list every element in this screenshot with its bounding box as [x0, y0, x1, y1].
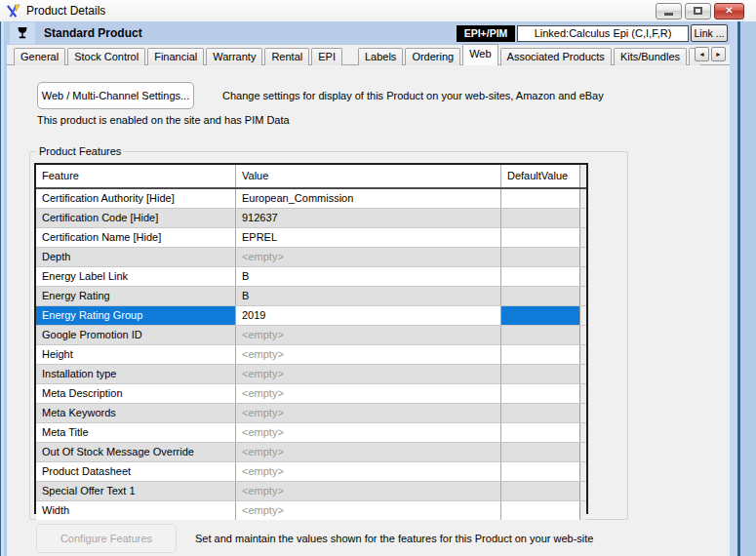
- web-multichannel-settings-button[interactable]: Web / Multi-Channel Settings...: [37, 82, 194, 109]
- defaultvalue-cell[interactable]: [501, 326, 579, 344]
- feature-cell[interactable]: Depth: [36, 248, 236, 266]
- close-button[interactable]: ✕: [714, 3, 744, 20]
- feature-cell[interactable]: Installation type: [36, 365, 236, 383]
- table-row-google-promotion-id[interactable]: Google Promotion ID <empty>: [36, 326, 586, 345]
- table-row-installation-type[interactable]: Installation type <empty>: [36, 365, 586, 384]
- tab-kits-bundles[interactable]: Kits/Bundles: [614, 48, 687, 65]
- defaultvalue-cell[interactable]: [501, 365, 579, 383]
- value-cell[interactable]: <empty>: [236, 404, 501, 422]
- defaultvalue-cell[interactable]: [501, 248, 579, 266]
- value-cell[interactable]: 2019: [236, 306, 501, 325]
- value-cell[interactable]: <empty>: [236, 248, 501, 266]
- table-row-product-datasheet[interactable]: Product Datasheet <empty>: [36, 462, 586, 482]
- feature-cell[interactable]: Product Datasheet: [36, 462, 236, 481]
- table-row-out-of-stock-message-override[interactable]: Out Of Stock Message Override <empty>: [36, 443, 586, 462]
- value-cell[interactable]: <empty>: [236, 345, 501, 364]
- defaultvalue-cell[interactable]: [501, 209, 579, 227]
- value-cell[interactable]: <empty>: [236, 365, 501, 383]
- value-cell[interactable]: <empty>: [236, 326, 501, 344]
- value-cell[interactable]: B: [236, 287, 501, 305]
- table-row-special-offer-text-1[interactable]: Special Offer Text 1 <empty>: [36, 482, 586, 501]
- defaultvalue-cell[interactable]: [501, 423, 579, 442]
- defaultvalue-cell[interactable]: [501, 189, 579, 208]
- table-row-certification-authority-hide[interactable]: Certification Authority [Hide] European_…: [36, 189, 586, 209]
- value-cell[interactable]: <empty>: [236, 501, 501, 520]
- tab-warranty[interactable]: Warranty: [206, 48, 262, 65]
- defaultvalue-cell[interactable]: [501, 267, 579, 286]
- defaultvalue-cell[interactable]: [501, 501, 579, 520]
- feature-cell[interactable]: Height: [36, 345, 236, 364]
- feature-cell[interactable]: Energy Rating: [36, 287, 236, 305]
- defaultvalue-cell[interactable]: [501, 287, 579, 305]
- table-row-certification-code-hide[interactable]: Certification Code [Hide] 912637: [36, 209, 586, 228]
- minimize-button[interactable]: [656, 3, 682, 20]
- value-cell[interactable]: EPREL: [236, 228, 501, 247]
- value-cell[interactable]: <empty>: [236, 384, 501, 403]
- table-row-meta-keywords[interactable]: Meta Keywords <empty>: [36, 404, 586, 423]
- column-header-value[interactable]: Value: [236, 165, 501, 187]
- product-details-window: Product Details ✕ Standard Product EPI+/…: [0, 0, 756, 556]
- feature-cell[interactable]: Energy Label Link: [36, 267, 236, 286]
- defaultvalue-cell[interactable]: [501, 404, 579, 422]
- feature-cell[interactable]: Special Offer Text 1: [36, 482, 236, 500]
- feature-cell[interactable]: Meta Title: [36, 423, 236, 442]
- feature-cell[interactable]: Certification Code [Hide]: [36, 209, 236, 227]
- tab-associated-products[interactable]: Associated Products: [500, 48, 612, 65]
- defaultvalue-cell[interactable]: [501, 384, 579, 403]
- maximize-button[interactable]: [685, 3, 711, 20]
- value-cell[interactable]: <empty>: [236, 482, 501, 500]
- defaultvalue-cell[interactable]: [501, 228, 579, 247]
- tab-labels[interactable]: Labels: [358, 48, 403, 65]
- row-gutter: [579, 326, 586, 344]
- table-row-width[interactable]: Width <empty>: [36, 501, 586, 520]
- feature-cell[interactable]: Energy Rating Group: [36, 306, 236, 325]
- feature-cell[interactable]: Certification Name [Hide]: [36, 228, 236, 247]
- row-gutter: [579, 384, 586, 403]
- value-cell[interactable]: <empty>: [236, 443, 501, 461]
- table-row-height[interactable]: Height <empty>: [36, 345, 586, 365]
- feature-cell[interactable]: Certification Authority [Hide]: [36, 189, 236, 208]
- tab-financial[interactable]: Financial: [147, 48, 204, 65]
- window-controls: ✕: [653, 3, 744, 20]
- defaultvalue-cell[interactable]: [501, 306, 579, 325]
- tab-scroll-controls: ◄ ►: [695, 47, 726, 61]
- tab-stock-control[interactable]: Stock Control: [67, 48, 145, 65]
- left-arrow-icon: ◄: [698, 51, 705, 58]
- value-cell[interactable]: <empty>: [236, 462, 501, 481]
- value-cell[interactable]: <empty>: [236, 423, 501, 442]
- value-cell[interactable]: European_Commission: [236, 189, 501, 208]
- tab-epi[interactable]: EPI: [311, 48, 342, 65]
- table-row-meta-description[interactable]: Meta Description <empty>: [36, 384, 586, 404]
- defaultvalue-cell[interactable]: [501, 345, 579, 364]
- column-header-defaultvalue[interactable]: DefaultValue: [501, 165, 579, 187]
- table-row-depth[interactable]: Depth <empty>: [36, 248, 586, 267]
- tab-general[interactable]: General: [14, 48, 65, 65]
- feature-cell[interactable]: Width: [36, 501, 236, 520]
- column-header-feature[interactable]: Feature: [36, 165, 236, 187]
- table-row-meta-title[interactable]: Meta Title <empty>: [36, 423, 586, 443]
- titlebar[interactable]: Product Details ✕: [0, 0, 756, 21]
- table-row-certification-name-hide[interactable]: Certification Name [Hide] EPREL: [36, 228, 586, 248]
- defaultvalue-cell[interactable]: [501, 462, 579, 481]
- defaultvalue-cell[interactable]: [501, 482, 579, 500]
- table-row-energy-rating-group[interactable]: Energy Rating Group 2019: [36, 306, 586, 326]
- tab-scroll-right-button[interactable]: ►: [711, 47, 726, 61]
- tab-scroll-left-button[interactable]: ◄: [695, 47, 709, 61]
- value-cell[interactable]: 912637: [236, 209, 501, 227]
- row-gutter: [579, 287, 586, 305]
- defaultvalue-cell[interactable]: [501, 443, 579, 461]
- feature-cell[interactable]: Meta Keywords: [36, 404, 236, 422]
- feature-cell[interactable]: Out Of Stock Message Override: [36, 443, 236, 461]
- tab-rental[interactable]: Rental: [264, 48, 309, 65]
- table-row-energy-label-link[interactable]: Energy Label Link B: [36, 267, 586, 287]
- feature-cell[interactable]: Meta Description: [36, 384, 236, 403]
- feature-cell[interactable]: Google Promotion ID: [36, 326, 236, 344]
- configure-features-button[interactable]: Configure Features: [36, 524, 177, 553]
- row-gutter: [579, 462, 586, 481]
- configure-hint-text: Set and maintain the values shown for th…: [195, 524, 593, 553]
- value-cell[interactable]: B: [236, 267, 501, 286]
- tab-web[interactable]: Web: [462, 44, 497, 65]
- tab-ordering[interactable]: Ordering: [405, 48, 460, 65]
- link-button[interactable]: Link ...: [691, 24, 728, 42]
- table-row-energy-rating[interactable]: Energy Rating B: [36, 287, 586, 306]
